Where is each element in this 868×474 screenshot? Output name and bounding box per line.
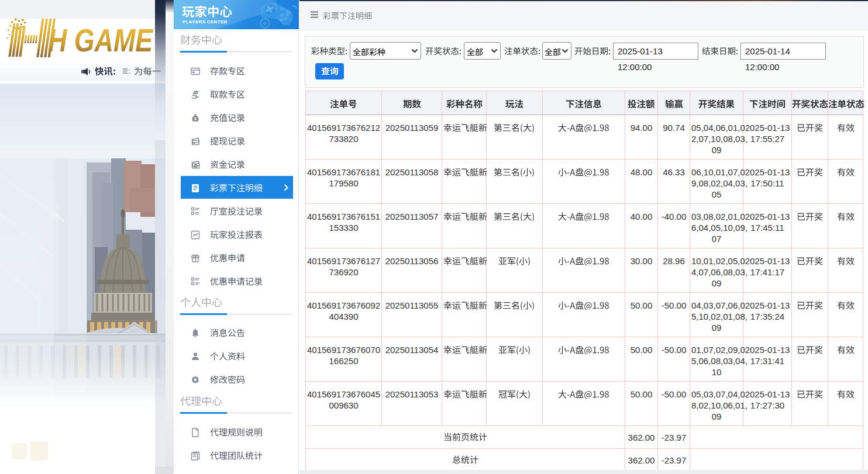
svg-text:H GAME: H GAME [48, 22, 154, 58]
